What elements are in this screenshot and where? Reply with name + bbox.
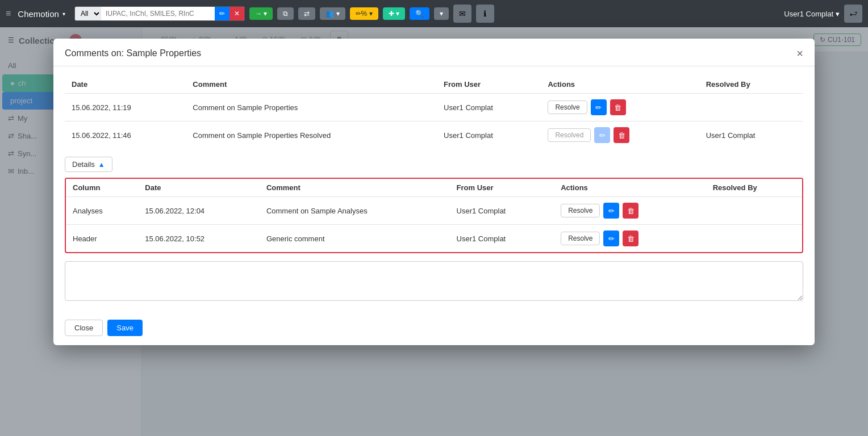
resolve-button-det-row1[interactable]: Resolve	[561, 204, 600, 217]
row1-from-user: User1 Complat	[437, 94, 541, 121]
det-row1-comment: Comment on Sample Analyses	[260, 197, 450, 225]
det-col-resolved-by: Resolved By	[706, 179, 802, 197]
col-actions: Actions	[541, 76, 699, 94]
det-row1-resolved-by	[706, 197, 802, 225]
main-table-body: 15.06.2022, 11:19 Comment on Sample Prop…	[142, 94, 803, 149]
users-button[interactable]: 👥 ▾	[320, 7, 345, 20]
info-icon[interactable]: ℹ	[476, 5, 494, 23]
det-row2-comment: Generic comment	[260, 225, 450, 253]
edit-button-row2[interactable]: ✏	[594, 127, 610, 143]
content-area: ○ 86(0) △ 8(0) ▬ 1(0) ⬡ 16(0) ▣ 6(0) ⚙ ↻	[142, 27, 868, 436]
edit-percent-button[interactable]: ✏% ▾	[350, 7, 378, 20]
det-col-actions: Actions	[554, 179, 706, 197]
row1-resolved-by	[699, 94, 803, 121]
det-col-from-user: From User	[450, 179, 554, 197]
details-table-body: Analyses 15.06.2022, 12:04 Comment on Sa…	[142, 197, 802, 253]
magnify-dropdown[interactable]: ▾	[434, 7, 449, 20]
resolve-button-det-row2[interactable]: Resolve	[561, 232, 600, 245]
brand: Chemotion ▾	[18, 9, 65, 19]
main-layout: ☰ Collections ✕ All ● ch project ⇄ My ⇄ …	[0, 27, 868, 436]
brand-caret[interactable]: ▾	[62, 11, 65, 17]
det-row2-actions: Resolve ✏ 🗑	[554, 225, 706, 253]
user-label: User1 Complat	[784, 10, 833, 18]
main-comments-table: Date Comment From User Actions Resolved …	[142, 76, 803, 149]
copy-button[interactable]: ⧉	[277, 7, 294, 20]
col-date: Date	[142, 76, 186, 94]
col-comment: Comment	[186, 76, 437, 94]
comments-modal: Comments on: Sample Properties × Date Co…	[142, 39, 815, 345]
resolve-button-row1[interactable]: Resolve	[548, 100, 587, 114]
search-edit-icon[interactable]: ✏	[215, 7, 229, 20]
delete-button-row1[interactable]: 🗑	[610, 99, 626, 115]
details-section: Column Date Comment From User Actions Re…	[142, 178, 803, 253]
modal-header: Comments on: Sample Properties ×	[142, 39, 815, 66]
modal-overlay: Comments on: Sample Properties × Date Co…	[142, 27, 868, 436]
magnify-button[interactable]: 🔍	[410, 7, 429, 20]
col-resolved-by: Resolved By	[699, 76, 803, 94]
edit-button-det-row2[interactable]: ✏	[603, 230, 619, 246]
inbox-icon[interactable]: ✉	[453, 5, 471, 23]
det-row1-date: 15.06.2022, 12:04	[142, 197, 260, 225]
det-row2-from-user: User1 Complat	[450, 225, 554, 253]
det-row2-date: 15.06.2022, 10:52	[142, 225, 260, 253]
details-table-head: Column Date Comment From User Actions Re…	[142, 179, 802, 197]
row1-actions: Resolve ✏ 🗑	[541, 94, 699, 121]
add-plus-button[interactable]: ✚ ▾	[383, 7, 405, 20]
delete-button-det-row2[interactable]: 🗑	[623, 230, 639, 246]
row1-comment: Comment on Sample Properties	[186, 94, 437, 121]
row2-resolved-by: User1 Complat	[699, 121, 803, 149]
details-comments-table: Column Date Comment From User Actions Re…	[142, 179, 802, 252]
modal-body: Date Comment From User Actions Resolved …	[142, 66, 815, 320]
det-col-comment: Comment	[260, 179, 450, 197]
row2-from-user: User1 Complat	[437, 121, 541, 149]
modal-footer: Close Save	[142, 320, 815, 345]
user-caret-icon: ▾	[836, 10, 840, 18]
arrow-right-button[interactable]: → ▾	[249, 7, 273, 20]
search-scope-select[interactable]: All	[75, 7, 101, 20]
search-clear-button[interactable]: ✕	[229, 7, 244, 20]
search-input[interactable]	[101, 7, 215, 20]
row1-date: 15.06.2022, 11:19	[142, 94, 186, 121]
navbar: ≡ Chemotion ▾ All ✏ ✕ → ▾ ⧉ ⇄ 👥 ▾ ✏% ▾ ✚…	[0, 0, 868, 27]
new-comment-textarea[interactable]	[142, 261, 803, 301]
det-col-date: Date	[142, 179, 260, 197]
table-row: Header 15.06.2022, 10:52 Generic comment…	[142, 225, 802, 253]
table-row: 15.06.2022, 11:19 Comment on Sample Prop…	[142, 94, 803, 121]
save-modal-button[interactable]: Save	[142, 320, 143, 336]
det-row2-resolved-by	[706, 225, 802, 253]
hamburger-icon[interactable]: ≡	[6, 9, 11, 19]
main-table-head: Date Comment From User Actions Resolved …	[142, 76, 803, 94]
row2-date: 15.06.2022, 11:46	[142, 121, 186, 149]
table-row: Analyses 15.06.2022, 12:04 Comment on Sa…	[142, 197, 802, 225]
edit-button-det-row1[interactable]: ✏	[603, 203, 619, 219]
logout-icon[interactable]: ⮐	[844, 5, 862, 23]
row2-comment: Comment on Sample Properties Resolved	[186, 121, 437, 149]
edit-button-row1[interactable]: ✏	[591, 99, 607, 115]
delete-button-row2[interactable]: 🗑	[614, 127, 629, 143]
delete-button-det-row1[interactable]: 🗑	[623, 203, 639, 219]
modal-close-button[interactable]: ×	[796, 48, 803, 59]
brand-label: Chemotion	[18, 9, 59, 19]
det-row1-from-user: User1 Complat	[450, 197, 554, 225]
share-button[interactable]: ⇄	[298, 7, 315, 20]
modal-title: Comments on: Sample Properties	[142, 48, 201, 58]
resolved-button-row2[interactable]: Resolved	[548, 128, 591, 142]
table-row: 15.06.2022, 11:46 Comment on Sample Prop…	[142, 121, 803, 149]
user-dropdown[interactable]: User1 Complat ▾	[784, 10, 840, 18]
row2-actions: Resolved ✏ 🗑	[541, 121, 699, 149]
col-from-user: From User	[437, 76, 541, 94]
navbar-right: User1 Complat ▾ ⮐	[784, 5, 862, 23]
det-row1-actions: Resolve ✏ 🗑	[554, 197, 706, 225]
